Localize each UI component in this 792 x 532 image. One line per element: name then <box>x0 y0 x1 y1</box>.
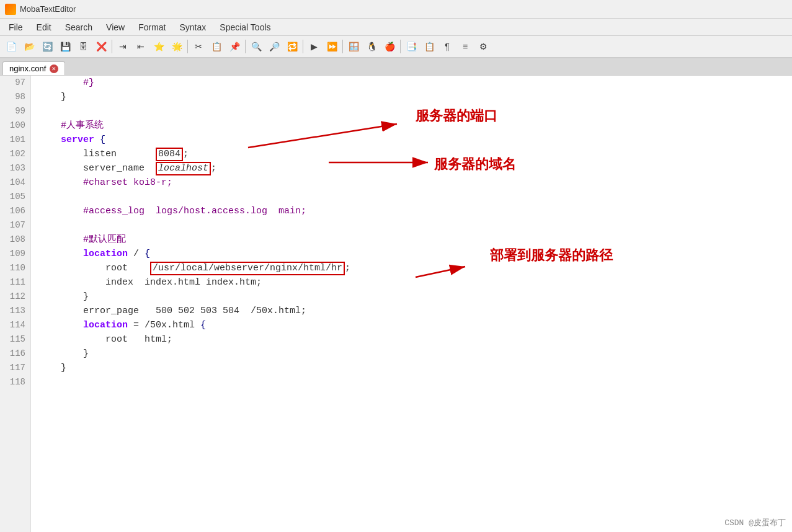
menu-format[interactable]: Format <box>132 20 172 34</box>
sep4 <box>303 40 303 53</box>
code-line-102: listen 8084; <box>38 147 785 161</box>
para-btn[interactable]: ¶ <box>438 38 456 55</box>
code-line-107 <box>38 218 785 233</box>
code-line-118 <box>38 375 785 389</box>
code-line-97: #} <box>38 76 785 90</box>
run2-btn[interactable]: ⏩ <box>323 38 340 55</box>
line-numbers: 97 98 99 100 101 102 103 104 105 106 107… <box>0 76 31 532</box>
code-line-106: #access_log logs/host.access.log main; <box>38 204 785 218</box>
code-line-117: } <box>38 361 785 375</box>
sep6 <box>400 40 401 53</box>
code-line-108: #默认匹配 <box>38 233 785 247</box>
sep5 <box>342 40 343 53</box>
close-btn[interactable]: ❌ <box>92 38 110 55</box>
code-line-110: root /usr/local/webserver/nginx/html/hr; <box>38 261 785 275</box>
cut-btn[interactable]: ✂ <box>190 38 207 55</box>
code-line-112: } <box>38 290 785 304</box>
open-btn[interactable]: 📂 <box>20 38 38 55</box>
code-line-101: server { <box>38 133 785 147</box>
code-line-111: index index.html index.htm; <box>38 275 785 290</box>
app-icon <box>5 4 16 15</box>
paste-btn[interactable]: 📌 <box>226 38 243 55</box>
indent-btn[interactable]: ⇥ <box>114 38 131 55</box>
title-bar: MobaTextEditor <box>0 0 792 19</box>
find-btn[interactable]: 🔎 <box>265 38 283 55</box>
code-line-105 <box>38 190 785 204</box>
view2-btn[interactable]: 📋 <box>420 38 438 55</box>
menu-syntax[interactable]: Syntax <box>173 20 212 34</box>
replace-btn[interactable]: 🔁 <box>283 38 301 55</box>
tab-bar: nginx.conf ✕ <box>0 58 792 76</box>
sep3 <box>245 40 246 53</box>
code-line-116: } <box>38 347 785 361</box>
save-btn[interactable]: 💾 <box>56 38 74 55</box>
mac-btn[interactable]: 🍎 <box>381 38 398 55</box>
code-line-99 <box>38 104 785 118</box>
code-line-104: #charset koi8-r; <box>38 175 785 190</box>
tab-nginx-conf[interactable]: nginx.conf ✕ <box>2 61 65 75</box>
menu-file[interactable]: File <box>2 20 29 34</box>
reload-btn[interactable]: 🔄 <box>38 38 56 55</box>
menu-view[interactable]: View <box>100 20 131 34</box>
menu-search[interactable]: Search <box>59 20 99 34</box>
save-as-btn[interactable]: 🗄 <box>74 38 92 55</box>
tab-close-btn[interactable]: ✕ <box>50 64 58 73</box>
cols-btn[interactable]: ≡ <box>456 38 474 55</box>
code-line-114: location = /50x.html { <box>38 318 785 332</box>
app-title: MobaTextEditor <box>20 4 76 14</box>
run-btn[interactable]: ▶ <box>305 38 323 55</box>
sep1 <box>112 40 112 53</box>
unindent-btn[interactable]: ⇤ <box>132 38 149 55</box>
code-area[interactable]: #} } #人事系统 server { listen 8084; server_… <box>31 76 792 532</box>
bookmark-btn[interactable]: ⭐ <box>150 38 167 55</box>
new-file-btn[interactable]: 📄 <box>2 38 20 55</box>
win-btn[interactable]: 🪟 <box>345 38 362 55</box>
code-line-109: location / { <box>38 247 785 261</box>
menu-edit[interactable]: Edit <box>30 20 58 34</box>
toolbar: 📄 📂 🔄 💾 🗄 ❌ ⇥ ⇤ ⭐ 🌟 ✂ 📋 📌 🔍 🔎 🔁 ▶ ⏩ 🪟 🐧 … <box>0 36 792 58</box>
settings-btn[interactable]: ⚙ <box>474 38 492 55</box>
tab-label: nginx.conf <box>9 64 46 73</box>
view1-btn[interactable]: 📑 <box>403 38 420 55</box>
editor: 97 98 99 100 101 102 103 104 105 106 107… <box>0 76 792 532</box>
code-line-103: server_name localhost; <box>38 161 785 175</box>
code-line-100: #人事系统 <box>38 118 785 133</box>
sep2 <box>187 40 188 53</box>
linux-btn[interactable]: 🐧 <box>363 38 380 55</box>
menu-special-tools[interactable]: Special Tools <box>213 20 277 34</box>
search-btn[interactable]: 🔍 <box>247 38 265 55</box>
watermark: CSDN @皮蛋布丁 <box>724 517 786 528</box>
code-line-113: error_page 500 502 503 504 /50x.html; <box>38 304 785 318</box>
code-line-98: } <box>38 90 785 104</box>
copy-btn[interactable]: 📋 <box>208 38 225 55</box>
menu-bar: File Edit Search View Format Syntax Spec… <box>0 19 792 36</box>
code-line-115: root html; <box>38 332 785 347</box>
bookmark2-btn[interactable]: 🌟 <box>168 38 185 55</box>
